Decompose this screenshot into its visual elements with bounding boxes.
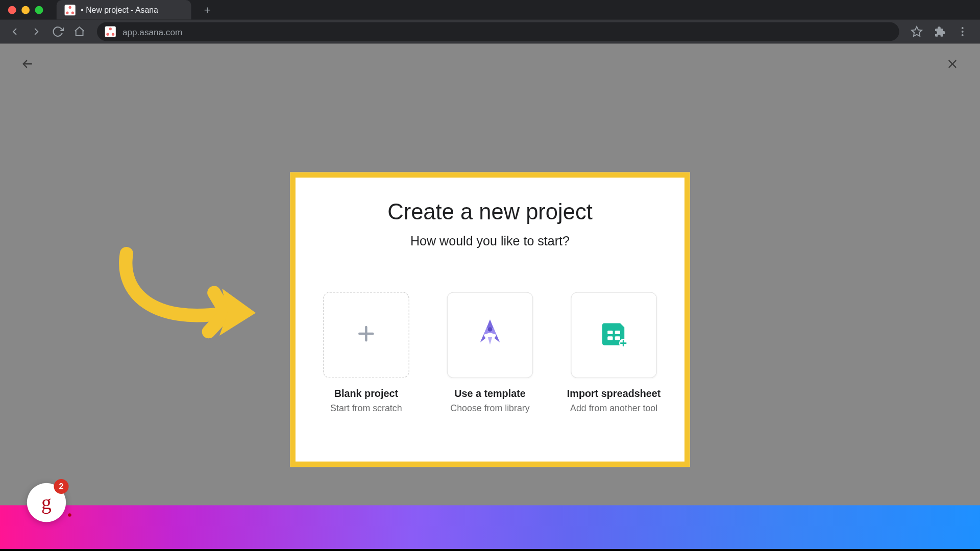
new-tab-button[interactable] bbox=[201, 3, 214, 16]
svg-point-2 bbox=[962, 31, 964, 33]
svg-rect-8 bbox=[615, 336, 620, 340]
option-subtitle: Add from another tool bbox=[570, 403, 657, 413]
spreadsheet-icon bbox=[597, 317, 631, 353]
browser-reload-button[interactable] bbox=[48, 22, 67, 41]
site-favicon bbox=[105, 26, 116, 37]
address-bar[interactable]: app.asana.com bbox=[97, 22, 899, 41]
browser-tab-strip: • New project - Asana bbox=[0, 0, 980, 19]
option-import-spreadsheet[interactable]: Import spreadsheet Add from another tool bbox=[564, 292, 665, 413]
extensions-icon[interactable] bbox=[930, 22, 949, 41]
svg-rect-6 bbox=[615, 331, 620, 334]
modal-title: Create a new project bbox=[308, 199, 673, 224]
browser-tab[interactable]: • New project - Asana bbox=[57, 0, 191, 19]
rocket-icon bbox=[473, 316, 508, 354]
window-maximize-button[interactable] bbox=[35, 6, 43, 14]
option-use-template[interactable]: Use a template Choose from library bbox=[439, 292, 541, 413]
notification-badge: 2 bbox=[54, 479, 68, 494]
svg-point-3 bbox=[962, 34, 964, 36]
svg-rect-7 bbox=[607, 336, 612, 340]
svg-marker-0 bbox=[912, 27, 922, 36]
window-controls bbox=[0, 6, 51, 14]
help-bubble-button[interactable]: g 2 bbox=[27, 483, 66, 522]
bookmark-star-icon[interactable] bbox=[908, 22, 926, 41]
blank-project-card bbox=[323, 292, 409, 378]
plus-icon bbox=[355, 322, 378, 348]
decorative-gradient-bar bbox=[0, 505, 980, 549]
asana-favicon bbox=[65, 5, 76, 15]
option-subtitle: Start from scratch bbox=[330, 403, 402, 413]
browser-menu-icon[interactable] bbox=[953, 22, 972, 41]
bubble-letter: g bbox=[41, 491, 52, 514]
modal-subtitle: How would you like to start? bbox=[308, 234, 673, 249]
template-card bbox=[447, 292, 533, 378]
import-card bbox=[571, 292, 657, 378]
browser-back-button[interactable] bbox=[6, 22, 24, 41]
bubble-dot-icon bbox=[68, 513, 71, 517]
close-button[interactable] bbox=[942, 54, 963, 74]
window-close-button[interactable] bbox=[8, 6, 16, 14]
option-subtitle: Choose from library bbox=[450, 403, 529, 413]
svg-point-4 bbox=[488, 327, 493, 332]
create-project-modal: Create a new project How would you like … bbox=[290, 172, 690, 467]
app-canvas: Create a new project How would you like … bbox=[0, 44, 980, 549]
browser-home-button[interactable] bbox=[70, 22, 89, 41]
browser-forward-button[interactable] bbox=[27, 22, 46, 41]
browser-toolbar: app.asana.com bbox=[0, 19, 980, 43]
tab-title: • New project - Asana bbox=[81, 5, 158, 14]
svg-rect-5 bbox=[607, 331, 612, 334]
svg-point-1 bbox=[962, 27, 964, 29]
window-minimize-button[interactable] bbox=[21, 6, 30, 14]
option-title: Blank project bbox=[334, 388, 398, 399]
option-title: Use a template bbox=[454, 388, 526, 399]
option-blank-project[interactable]: Blank project Start from scratch bbox=[315, 292, 416, 413]
address-text: app.asana.com bbox=[122, 27, 182, 37]
back-arrow-button[interactable] bbox=[17, 54, 38, 74]
project-options-row: Blank project Start from scratch bbox=[308, 292, 673, 413]
option-title: Import spreadsheet bbox=[567, 388, 661, 399]
